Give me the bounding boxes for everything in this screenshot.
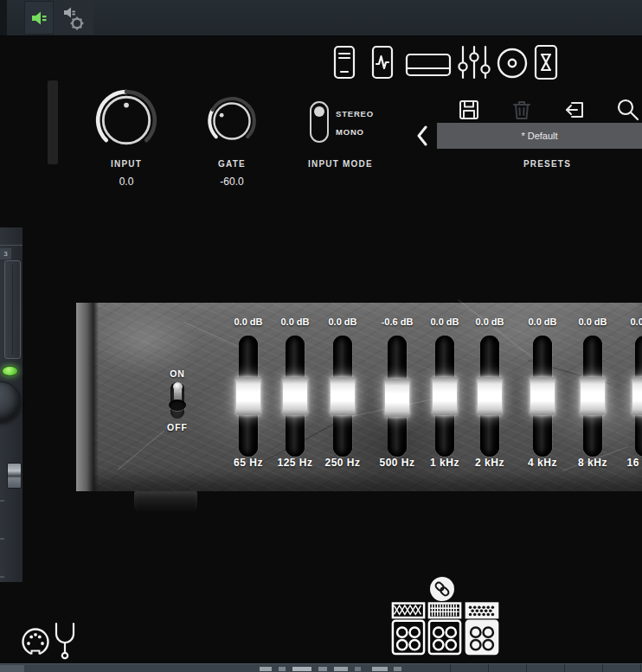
pedal-slot-1[interactable] (391, 602, 426, 659)
presets-label: PRESETS (485, 159, 610, 169)
stompbox-icon (371, 45, 394, 80)
band-slider-cap[interactable] (433, 377, 457, 415)
band-slider-cap[interactable] (331, 377, 355, 415)
band-slider-cap[interactable] (385, 379, 409, 417)
speaker-on-icon (29, 9, 48, 28)
input-mode-label: INPUT MODE (308, 159, 373, 169)
strip-segment (292, 667, 311, 671)
toolbar-item-rack-unit[interactable] (405, 52, 452, 81)
amp-head-icon (333, 45, 356, 80)
strip-segment (334, 667, 348, 671)
strip-segment (372, 667, 388, 671)
band-slider-cap[interactable] (530, 377, 555, 415)
strip-block (0, 665, 24, 672)
mixer-knob[interactable] (0, 381, 21, 422)
band-slider-cap[interactable] (581, 377, 605, 415)
toolbar-item-hourglass[interactable] (534, 44, 558, 84)
band-slider-cap[interactable] (478, 377, 502, 415)
window-edge (0, 0, 7, 35)
input-knob-label: INPUT (83, 159, 170, 169)
knob-graphic (94, 88, 158, 152)
previous-preset-button[interactable] (416, 125, 428, 150)
eq-power-lever-cap (173, 382, 183, 391)
playlist-strip (0, 663, 642, 672)
eq-power-base (169, 400, 186, 411)
midi-button[interactable] (19, 625, 52, 662)
speaker-cab-icon (496, 47, 529, 80)
input-mode-toggle[interactable] (310, 101, 329, 143)
band-slider[interactable] (435, 336, 454, 457)
band-slider-cap[interactable] (632, 377, 642, 415)
band-slider-cap[interactable] (236, 377, 260, 415)
mixer-led[interactable] (2, 366, 18, 376)
toolbar-item-mixer-faders[interactable] (457, 44, 491, 84)
band-slider-cap[interactable] (283, 377, 307, 415)
input-knob[interactable] (94, 88, 158, 156)
link-button[interactable] (429, 576, 455, 605)
input-mode-knob (314, 106, 324, 117)
band-slider[interactable] (583, 336, 602, 457)
graphic-eq-panel: ON OFF 0.0 dB 65 Hz 0.0 dB 125 Hz 0.0 dB… (76, 303, 642, 491)
speaker-gear-icon (59, 4, 88, 32)
strip-separator (564, 664, 565, 672)
band-slider[interactable] (333, 336, 352, 457)
pedal-slot-3[interactable] (465, 602, 499, 659)
band-slider[interactable] (480, 336, 499, 457)
gate-knob-label: GATE (189, 159, 275, 169)
tuner-button[interactable] (53, 622, 77, 665)
strip-segment (394, 667, 401, 671)
mixer-background-sliver: 3 (0, 227, 22, 582)
band-slider[interactable] (286, 336, 305, 457)
plugin-enable-button[interactable] (24, 1, 54, 35)
trash-icon (511, 99, 532, 120)
strip-segment (355, 667, 361, 671)
toolbar-item-stompbox[interactable] (371, 45, 394, 83)
pedal-grid-icon (427, 602, 462, 656)
hourglass-icon (534, 44, 558, 80)
band-slider[interactable] (239, 336, 258, 457)
strip-separator (450, 664, 451, 672)
input-mode-option-mono[interactable]: MONO (336, 127, 364, 137)
strip-separator (526, 664, 527, 672)
mixer-tick (0, 500, 4, 502)
toolbar-item-amp-head[interactable] (333, 45, 356, 83)
save-preset-button[interactable] (459, 99, 479, 124)
midi-din-icon (19, 625, 52, 658)
plugin-settings-button[interactable] (54, 1, 93, 35)
mixer-divider (0, 245, 22, 246)
panel-foot (134, 491, 197, 514)
chevron-left-icon (416, 125, 428, 146)
band-gain-label: 0.0 dB (610, 317, 642, 327)
import-arrow-icon (564, 99, 585, 120)
gate-knob-value: -60.0 (189, 176, 275, 188)
band-slider[interactable] (533, 336, 552, 457)
band-slider[interactable] (635, 336, 642, 457)
eq-power-off-label: OFF (151, 422, 203, 432)
rack-unit-icon (405, 52, 452, 78)
import-preset-button[interactable] (564, 99, 585, 124)
input-mode-option-stereo[interactable]: STEREO (336, 109, 374, 118)
pedal-slot-2[interactable] (427, 602, 462, 659)
tuning-fork-icon (53, 622, 77, 662)
delete-preset-button[interactable] (511, 99, 532, 124)
side-handle (48, 80, 58, 164)
knob-graphic (207, 96, 257, 146)
chain-link-icon (429, 576, 455, 602)
strip-segment (318, 667, 327, 671)
eq-power-on-label: ON (151, 368, 203, 379)
floppy-disk-icon (459, 99, 479, 120)
mixer-faders-icon (457, 44, 491, 80)
toolbar-item-speaker-cab[interactable] (496, 47, 529, 83)
mixer-fader-cap[interactable] (7, 463, 22, 489)
strip-separator (488, 664, 489, 672)
mixer-fader-track[interactable] (4, 260, 21, 359)
input-knob-value: 0.0 (83, 176, 170, 188)
plugin-window: INPUT 0.0 GATE -60.0 STEREO MONO INPUT M… (0, 0, 642, 672)
gate-knob[interactable] (207, 96, 257, 150)
search-preset-button[interactable] (616, 98, 640, 125)
mixer-track-number: 3 (0, 248, 11, 259)
mixer-tick (0, 576, 4, 578)
pedal-dots-icon (465, 602, 499, 656)
band-slider[interactable] (388, 336, 407, 457)
preset-selector[interactable]: * Default (437, 123, 642, 149)
